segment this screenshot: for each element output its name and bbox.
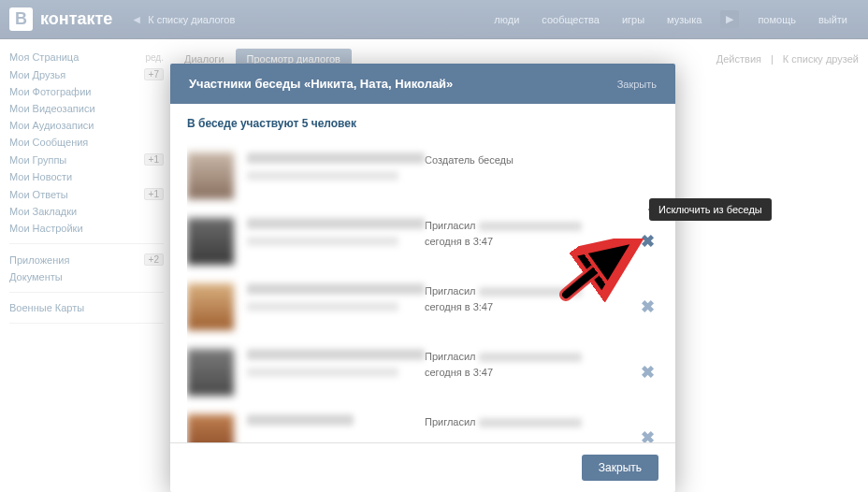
avatar[interactable] <box>187 414 234 442</box>
avatar[interactable] <box>187 152 234 199</box>
participants-modal: Участники беседы «Никита, Ната, Николай»… <box>170 64 675 492</box>
participant-invited-by: Пригласил сегодня в 3:47 <box>425 283 637 314</box>
remove-participant-icon[interactable]: ✖ <box>637 427 658 442</box>
remove-participant-icon[interactable]: ✖ <box>637 362 658 383</box>
participant-invited-by: Пригласил сегодня в 3:47 <box>425 218 637 249</box>
participant-name-blurred <box>247 218 425 246</box>
participant-role: Создатель беседы <box>425 152 658 168</box>
tooltip-exclude: Исключить из беседы <box>649 198 772 221</box>
participant-row: Пригласил ✖ <box>187 405 658 442</box>
participants-list: Создатель беседы Пригласил сегодня в 3:4… <box>187 143 675 442</box>
avatar[interactable] <box>187 349 234 396</box>
participant-row: Пригласил сегодня в 3:47 ✖ <box>187 274 658 340</box>
participant-row: Пригласил сегодня в 3:47 ✖ <box>187 340 658 405</box>
participant-row: Создатель беседы <box>187 143 658 209</box>
participant-name-blurred <box>247 349 425 377</box>
participant-name-blurred <box>247 152 425 181</box>
participant-invited-by: Пригласил <box>425 414 637 430</box>
modal-title: Участники беседы «Никита, Ната, Николай» <box>189 77 617 91</box>
remove-participant-icon[interactable]: ✖ <box>637 297 658 317</box>
participant-invited-by: Пригласил сегодня в 3:47 <box>425 349 637 380</box>
close-button[interactable]: Закрыть <box>582 455 658 481</box>
avatar[interactable] <box>187 218 234 265</box>
participant-name-blurred <box>247 283 425 311</box>
modal-close-link[interactable]: Закрыть <box>617 79 657 90</box>
modal-subtitle: В беседе участвуют 5 человек <box>187 104 675 143</box>
participant-name-blurred <box>247 414 425 433</box>
modal-footer: Закрыть <box>170 442 675 492</box>
modal-header: Участники беседы «Никита, Ната, Николай»… <box>170 64 675 104</box>
participant-row: Пригласил сегодня в 3:47 ✖ <box>187 209 658 274</box>
avatar[interactable] <box>187 283 234 330</box>
remove-participant-icon[interactable]: ✖ <box>637 231 658 252</box>
